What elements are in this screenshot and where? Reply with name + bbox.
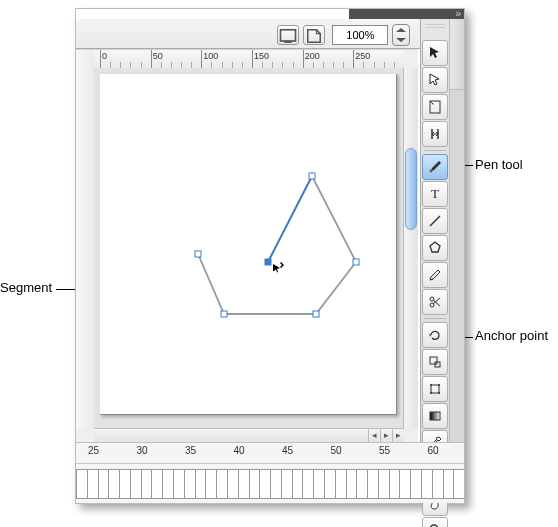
anchor-point[interactable]	[309, 173, 315, 179]
svg-point-13	[430, 392, 432, 394]
pages-ruler-label: 60	[428, 445, 439, 456]
type-tool[interactable]: T	[422, 181, 448, 207]
page-thumb[interactable]	[205, 469, 216, 499]
pages-ruler-label: 35	[185, 445, 196, 456]
page-thumb[interactable]	[259, 469, 270, 499]
page-thumb[interactable]	[87, 469, 98, 499]
line-tool[interactable]	[422, 208, 448, 234]
pencil-tool[interactable]	[422, 262, 448, 288]
gap-tool[interactable]	[422, 121, 448, 147]
tools-panel: T	[420, 19, 450, 443]
pasteboard[interactable]	[94, 68, 404, 429]
page-thumb[interactable]	[108, 469, 119, 499]
zoom-field[interactable]: 100%	[332, 25, 388, 45]
page-thumb[interactable]	[119, 469, 130, 499]
vector-path[interactable]	[100, 74, 396, 414]
anchor-point[interactable]	[313, 311, 319, 317]
pages-ruler-label: 45	[282, 445, 293, 456]
svg-rect-8	[430, 357, 437, 364]
anchor-point[interactable]	[195, 251, 201, 257]
page-thumb[interactable]	[421, 469, 432, 499]
ruler-tick-label: 250	[355, 51, 370, 61]
vertical-ruler[interactable]	[76, 50, 95, 429]
export-icon	[304, 26, 324, 46]
page-thumb[interactable]	[76, 469, 87, 499]
page-thumb[interactable]	[292, 469, 303, 499]
free-transform-tool[interactable]	[422, 376, 448, 402]
page-thumb[interactable]	[432, 469, 443, 499]
page-thumb[interactable]	[410, 469, 421, 499]
vertical-scroll-thumb[interactable]	[405, 148, 417, 230]
tool-separator	[424, 150, 446, 151]
scroll-right-icon[interactable]: ▸	[380, 429, 392, 443]
export-button[interactable]	[303, 25, 325, 45]
screenshot-root: { "callouts": { "segment": "Segment", "a…	[0, 0, 558, 527]
page-thumbnails[interactable]	[76, 464, 464, 504]
anchor-point[interactable]	[353, 259, 359, 265]
page-tool[interactable]	[422, 94, 448, 120]
svg-point-12	[438, 384, 440, 386]
page-thumb[interactable]	[443, 469, 454, 499]
pages-ruler-label: 40	[234, 445, 245, 456]
pen-tool[interactable]	[422, 154, 448, 180]
ruler-tick-label: 150	[254, 51, 269, 61]
zoom-tool[interactable]	[422, 517, 448, 527]
page-thumb[interactable]	[302, 469, 313, 499]
expand-panels-icon[interactable]: »	[455, 10, 461, 18]
page-thumb[interactable]	[281, 469, 292, 499]
tool-separator	[424, 318, 446, 319]
zoom-stepper[interactable]	[392, 24, 410, 46]
pages-ruler-label: 50	[331, 445, 342, 456]
scroll-end-icon[interactable]: ▸	[392, 429, 404, 443]
pages-ruler-label: 25	[88, 445, 99, 456]
anchor-point[interactable]	[265, 259, 271, 265]
scroll-left-icon[interactable]: ◂	[368, 429, 380, 443]
page-thumb[interactable]	[162, 469, 173, 499]
gradient-tool[interactable]	[422, 403, 448, 429]
panel-dock-stubs[interactable]	[449, 19, 464, 443]
scissors-tool[interactable]	[422, 289, 448, 315]
page-thumb[interactable]	[173, 469, 184, 499]
callout-pen-tool: Pen tool	[475, 157, 523, 172]
page-thumb[interactable]	[389, 469, 400, 499]
horizontal-ruler[interactable]: 050100150200250	[94, 50, 404, 69]
page-thumb[interactable]	[130, 469, 141, 499]
selection-tool[interactable]	[422, 40, 448, 66]
page-thumb[interactable]	[378, 469, 389, 499]
panel-grip[interactable]	[425, 22, 445, 32]
rotate-tool[interactable]	[422, 322, 448, 348]
svg-rect-10	[431, 385, 439, 393]
document-page[interactable]	[100, 74, 397, 415]
screen-mode-button[interactable]	[277, 25, 299, 45]
svg-rect-0	[281, 30, 296, 41]
page-thumb[interactable]	[184, 469, 195, 499]
page-thumb[interactable]	[141, 469, 152, 499]
pages-ruler[interactable]: 2530354045505560	[76, 443, 464, 464]
page-thumb[interactable]	[346, 469, 357, 499]
page-thumb[interactable]	[335, 469, 346, 499]
control-bar: 100%	[76, 19, 464, 49]
anchor-point[interactable]	[221, 311, 227, 317]
page-thumb[interactable]	[367, 469, 378, 499]
page-thumb[interactable]	[249, 469, 260, 499]
page-thumb[interactable]	[195, 469, 206, 499]
shape-tool[interactable]	[422, 235, 448, 261]
page-thumb[interactable]	[151, 469, 162, 499]
page-thumb[interactable]	[238, 469, 249, 499]
page-thumb[interactable]	[98, 469, 109, 499]
page-thumb[interactable]	[324, 469, 335, 499]
direct-selection-tool[interactable]	[422, 67, 448, 93]
page-thumb[interactable]	[399, 469, 410, 499]
page-thumb[interactable]	[216, 469, 227, 499]
scale-tool[interactable]	[422, 349, 448, 375]
page-thumb[interactable]	[453, 469, 464, 499]
page-thumb[interactable]	[356, 469, 367, 499]
page-thumb[interactable]	[313, 469, 324, 499]
vertical-scrollbar[interactable]	[403, 68, 418, 429]
pages-ruler-label: 30	[137, 445, 148, 456]
horizontal-scrollbar[interactable]: ◂ ▸ ▸	[94, 428, 404, 443]
svg-point-3	[432, 103, 433, 104]
svg-text:T: T	[431, 186, 439, 201]
page-thumb[interactable]	[227, 469, 238, 499]
page-thumb[interactable]	[270, 469, 281, 499]
